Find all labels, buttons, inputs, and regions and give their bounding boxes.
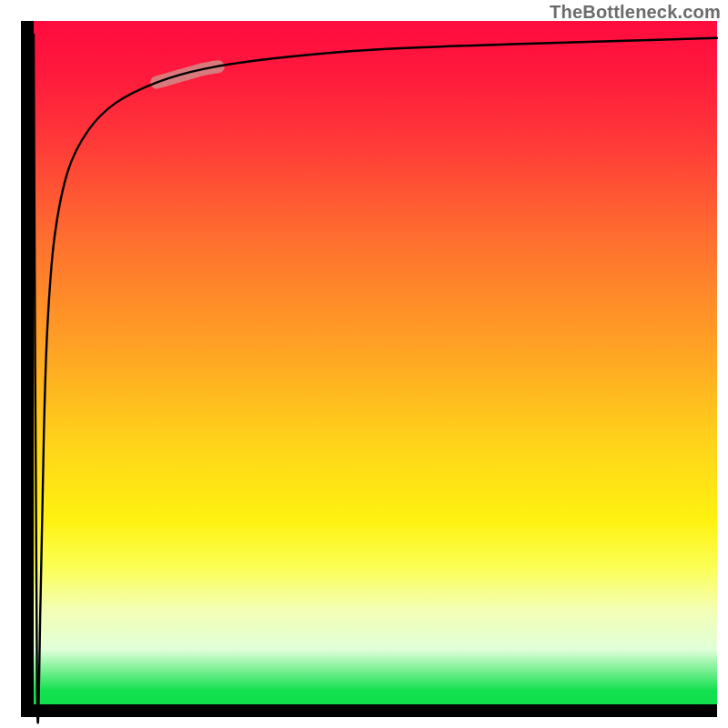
plot-frame [21, 21, 717, 717]
plot-gradient-background [34, 21, 717, 704]
attribution-label: TheBottleneck.com [550, 2, 721, 23]
curve-svg [34, 21, 717, 704]
chart-container: TheBottleneck.com [0, 0, 728, 728]
bottleneck-curve [34, 35, 717, 723]
